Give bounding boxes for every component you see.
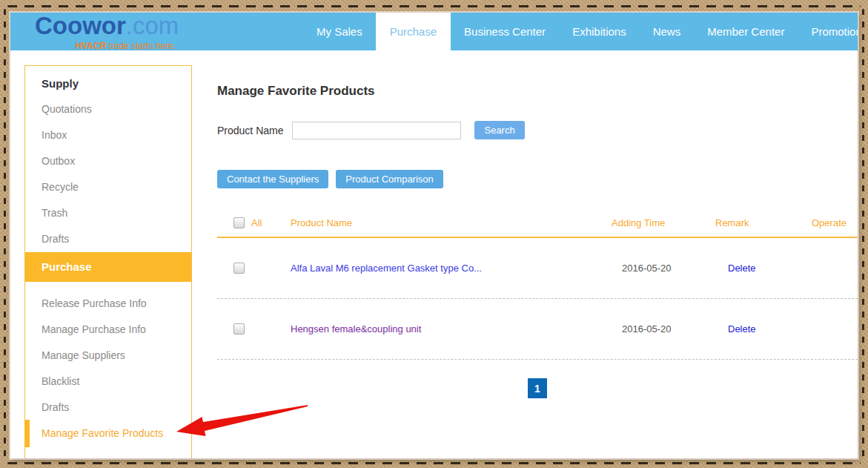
logo-tagline: HVACR trade starts here. xyxy=(35,42,179,50)
sidebar-item-manage-favorite-products[interactable]: Manage Favorite Products xyxy=(25,421,191,446)
sidebar-item-blacklist[interactable]: Blacklist xyxy=(25,369,191,395)
header-select-all-cell: All xyxy=(217,217,291,228)
row-checkbox-cell xyxy=(217,323,291,334)
product-link[interactable]: Hengsen female&coupling unit xyxy=(291,323,421,334)
search-button[interactable]: Search xyxy=(474,121,524,139)
select-all-label: All xyxy=(251,217,262,228)
sidebar-section-supply: Supply xyxy=(25,66,191,96)
sidebar-item-quotations[interactable]: Quotations xyxy=(25,96,191,122)
row-checkbox[interactable] xyxy=(233,323,245,334)
coowor-logo[interactable]: Coowor.com HVACR trade starts here. xyxy=(35,15,179,50)
frame-stitch-left xyxy=(4,9,6,459)
select-all-checkbox[interactable] xyxy=(233,217,245,228)
sidebar-item-outbox[interactable]: Outbox xyxy=(25,148,191,174)
product-link[interactable]: Alfa Laval M6 replacement Gasket type Co… xyxy=(291,263,482,274)
header-bar: Coowor.com HVACR trade starts here. My S… xyxy=(10,13,858,50)
favorites-table: All Product Name Adding Time Remark Oper… xyxy=(217,209,858,360)
sidebar-purchase-list: Release Purchase Info Manage Purchase In… xyxy=(25,282,191,446)
nav-my-sales[interactable]: My Sales xyxy=(303,13,376,50)
contact-suppliers-button[interactable]: Contact the Suppliers xyxy=(217,170,328,188)
pagination-page-1[interactable]: 1 xyxy=(528,378,547,398)
header-remark: Remark xyxy=(715,217,812,228)
nav-promotions[interactable]: Promotions xyxy=(798,13,858,50)
product-comparison-button[interactable]: Product Comparison xyxy=(336,170,443,188)
tagline-rest: trade starts here. xyxy=(106,41,176,51)
logo-tld-text: .com xyxy=(126,13,179,39)
sidebar-item-drafts-purchase[interactable]: Drafts xyxy=(25,395,191,421)
tagline-bold: HVACR xyxy=(76,41,107,51)
nav-business-center[interactable]: Business Center xyxy=(451,13,559,50)
nav-news[interactable]: News xyxy=(640,13,695,50)
delete-link[interactable]: Delete xyxy=(728,323,756,334)
table-row: Hengsen female&coupling unit 2016-05-20 … xyxy=(217,299,858,360)
action-buttons: Contact the Suppliers Product Comparison xyxy=(217,170,443,188)
frame-stitch-top xyxy=(7,5,861,7)
sidebar-item-recycle[interactable]: Recycle xyxy=(25,174,191,200)
header-product-name: Product Name xyxy=(291,217,612,228)
product-name-label: Product Name xyxy=(217,125,283,136)
frame-stitch-right xyxy=(862,9,864,459)
sidebar-section-purchase[interactable]: Purchase xyxy=(25,252,191,282)
nav-member-center[interactable]: Member Center xyxy=(694,13,798,50)
browser-page: Coowor.com HVACR trade starts here. My S… xyxy=(10,13,858,458)
logo-text: Coowor xyxy=(35,13,126,39)
sidebar: Supply Quotations Inbox Outbox Recycle T… xyxy=(24,65,192,458)
main-nav: My Sales Purchase Business Center Exhibi… xyxy=(303,13,858,50)
nav-exhibitions[interactable]: Exhibitions xyxy=(559,13,640,50)
product-name-input[interactable] xyxy=(292,122,461,139)
frame-stitch-bottom xyxy=(7,462,861,464)
sidebar-item-inbox[interactable]: Inbox xyxy=(25,122,191,148)
main-content: Manage Favorite Products Product Name Se… xyxy=(217,50,858,458)
sidebar-supply-list: Quotations Inbox Outbox Recycle Trash Dr… xyxy=(25,96,191,252)
sidebar-item-manage-suppliers[interactable]: Manage Suppliers xyxy=(25,343,191,369)
table-row: Alfa Laval M6 replacement Gasket type Co… xyxy=(217,238,858,299)
sidebar-item-trash[interactable]: Trash xyxy=(25,200,191,226)
search-row: Product Name Search xyxy=(217,121,525,139)
nav-purchase[interactable]: Purchase xyxy=(376,13,451,50)
row-checkbox-cell xyxy=(217,263,291,274)
sidebar-item-manage-purchase-info[interactable]: Manage Purchase Info xyxy=(25,317,191,343)
delete-link[interactable]: Delete xyxy=(728,263,756,274)
table-header-row: All Product Name Adding Time Remark Oper… xyxy=(217,209,858,238)
sidebar-item-release-purchase-info[interactable]: Release Purchase Info xyxy=(25,291,191,317)
row-checkbox[interactable] xyxy=(233,263,245,274)
pagination: 1 xyxy=(217,378,858,398)
header-adding-time: Adding Time xyxy=(612,217,715,228)
page-title: Manage Favorite Products xyxy=(217,84,375,99)
adding-time-value: 2016-05-20 xyxy=(612,263,715,274)
adding-time-value: 2016-05-20 xyxy=(612,323,715,334)
header-operate: Operate xyxy=(812,217,858,228)
sidebar-item-drafts-supply[interactable]: Drafts xyxy=(25,226,191,252)
